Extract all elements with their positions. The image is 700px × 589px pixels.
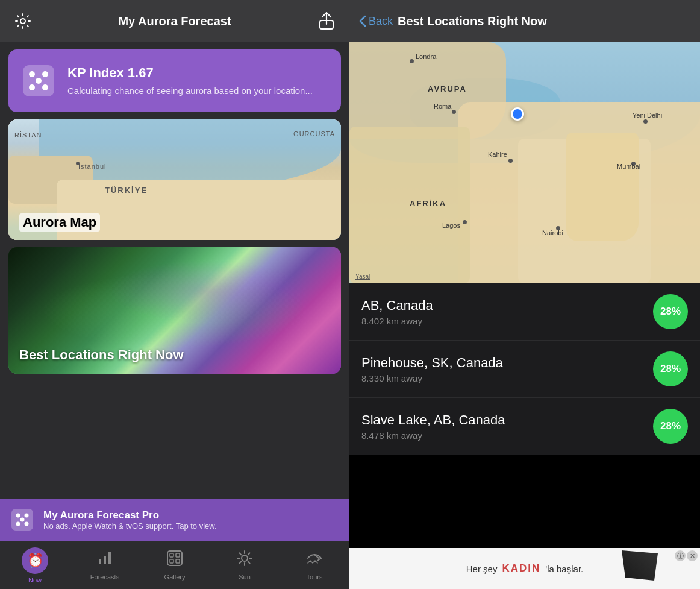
kp-text: KP Index 1.67 Calculating chance of seei… <box>67 65 329 97</box>
kp-subtitle: Calculating chance of seeing aurora base… <box>67 84 329 97</box>
location-pct-0: 28% <box>653 294 688 329</box>
map-legal-text: Yasal <box>355 273 370 280</box>
location-info-1: Pinehouse, SK, Canada 8.330 km away <box>361 355 503 383</box>
app-title: My Aurora Forecast <box>34 14 316 28</box>
location-name-1: Pinehouse, SK, Canada <box>361 355 503 371</box>
svg-line-28 <box>248 562 250 564</box>
location-name-2: Slave Lake, AB, Canada <box>361 412 505 428</box>
location-item-1[interactable]: Pinehouse, SK, Canada 8.330 km away 28% <box>349 341 700 398</box>
pro-text: My Aurora Forecast Pro No ads. Apple Wat… <box>43 509 217 531</box>
right-panel: Back Best Locations Right Now AVRUPA AFR… <box>349 0 700 589</box>
map-label-avrupa: AVRUPA <box>428 84 467 93</box>
svg-point-12 <box>16 522 20 526</box>
svg-rect-16 <box>108 552 111 564</box>
tab-gallery-label: Gallery <box>164 573 186 581</box>
tab-sun-label: Sun <box>239 573 251 581</box>
svg-point-7 <box>42 84 48 90</box>
tab-now-label: Now <box>28 576 42 584</box>
tab-gallery[interactable]: Gallery <box>140 545 210 585</box>
tab-tours-icon <box>305 550 323 571</box>
tab-sun[interactable]: Sun <box>210 545 280 585</box>
svg-point-4 <box>42 71 48 77</box>
svg-rect-20 <box>170 559 173 563</box>
svg-point-10 <box>25 514 29 518</box>
tab-now-icon: ⏰ <box>22 547 48 574</box>
svg-line-29 <box>248 553 250 555</box>
map-text-turkiye: TÜRKİYE <box>105 186 148 195</box>
settings-icon[interactable] <box>12 10 34 32</box>
left-panel: My Aurora Forecast KP Index 1.67 Calcula… <box>0 0 349 589</box>
city-label-yenidelhi: Yeni Delhi <box>633 112 662 119</box>
svg-line-27 <box>239 553 241 555</box>
aurora-card-label: Best Locations Right Now <box>19 347 184 363</box>
map-background: RİSTAN GÜRCÜSTA TÜRKİYE İstanbul Aurora … <box>8 119 341 240</box>
map-text-istanbul: İstanbul <box>78 163 107 170</box>
location-item-0[interactable]: AB, Canada 8.402 km away 28% <box>349 283 700 341</box>
map-text-gurcustan: GÜRCÜSTA <box>293 130 335 137</box>
ad-text: Her şey <box>466 564 498 574</box>
user-location-dot <box>511 107 524 121</box>
pro-dice-icon <box>10 507 35 532</box>
tab-sun-icon <box>236 550 253 571</box>
pro-title: My Aurora Forecast Pro <box>43 509 217 521</box>
tab-tours-label: Tours <box>307 573 323 581</box>
kp-dice-icon <box>20 63 57 99</box>
tab-tours[interactable]: Tours <box>280 545 349 585</box>
tab-gallery-icon <box>166 550 183 571</box>
svg-point-13 <box>25 522 29 526</box>
right-header: Back Best Locations Right Now <box>349 0 700 42</box>
best-locations-card[interactable]: Best Locations Right Now <box>8 247 341 374</box>
left-content: KP Index 1.67 Calculating chance of seei… <box>0 42 349 499</box>
right-map[interactable]: AVRUPA AFRİKA Londra Roma Kahire Lagos N… <box>349 42 700 283</box>
city-dot-yenidelhi <box>643 119 648 124</box>
city-label-nairobi: Nairobi <box>542 229 563 236</box>
aurora-map-card[interactable]: RİSTAN GÜRCÜSTA TÜRKİYE İstanbul Aurora … <box>8 119 341 240</box>
share-icon[interactable] <box>316 10 337 32</box>
svg-rect-21 <box>176 559 180 563</box>
ad-close-button[interactable]: ✕ <box>687 550 698 561</box>
city-dot-londra <box>410 59 414 63</box>
location-distance-1: 8.330 km away <box>361 373 503 383</box>
left-header: My Aurora Forecast <box>0 0 349 42</box>
ad-suffix: 'la başlar. <box>545 564 583 574</box>
svg-rect-15 <box>104 556 106 564</box>
svg-point-6 <box>29 84 35 90</box>
map-text-ristan: RİSTAN <box>14 131 42 139</box>
svg-point-3 <box>29 71 35 77</box>
location-item-2[interactable]: Slave Lake, AB, Canada 8.478 km away 28% <box>349 398 700 455</box>
city-label-mumbai: Mumbai <box>617 163 640 170</box>
tab-forecasts[interactable]: Forecasts <box>70 545 140 585</box>
ad-brand: KADIN <box>502 562 540 575</box>
location-info-0: AB, Canada 8.402 km away <box>361 298 433 326</box>
city-label-lagos: Lagos <box>442 222 460 229</box>
svg-point-11 <box>20 518 25 522</box>
svg-rect-19 <box>176 553 180 557</box>
tab-now[interactable]: ⏰ Now <box>0 543 70 588</box>
pro-subtitle: No ads. Apple Watch & tvOS support. Tap … <box>43 521 217 531</box>
ad-banner: Her şey KADIN 'la başlar. ⓘ ✕ <box>349 548 700 589</box>
pro-banner[interactable]: My Aurora Forecast Pro No ads. Apple Wat… <box>0 499 349 541</box>
city-label-roma: Roma <box>434 102 451 110</box>
city-dot-lagos <box>463 220 467 224</box>
back-button[interactable]: Back <box>359 15 393 28</box>
location-pct-1: 28% <box>653 351 688 386</box>
map-label-afrika: AFRİKA <box>410 199 446 208</box>
city-dot-roma <box>452 110 456 114</box>
city-label-londra: Londra <box>416 53 436 60</box>
svg-point-22 <box>242 555 248 561</box>
svg-point-9 <box>16 514 20 518</box>
location-distance-2: 8.478 km away <box>361 430 505 441</box>
svg-rect-18 <box>170 553 173 557</box>
kp-index-card[interactable]: KP Index 1.67 Calculating chance of seei… <box>8 49 341 112</box>
right-header-title: Best Locations Right Now <box>398 14 547 28</box>
location-name-0: AB, Canada <box>361 298 433 313</box>
tab-forecasts-icon <box>96 550 113 571</box>
svg-line-30 <box>239 562 241 564</box>
svg-rect-17 <box>167 551 182 565</box>
svg-rect-14 <box>99 559 101 564</box>
svg-point-0 <box>20 19 25 24</box>
city-label-kahire: Kahire <box>488 151 507 158</box>
location-distance-0: 8.402 km away <box>361 316 433 326</box>
ad-info-button[interactable]: ⓘ <box>675 550 686 561</box>
back-label: Back <box>369 15 393 28</box>
